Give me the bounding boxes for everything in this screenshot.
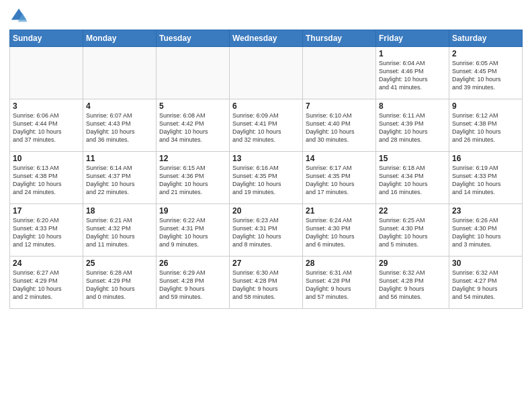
day-info: Sunrise: 6:15 AM Sunset: 4:36 PM Dayligh… — [159, 164, 226, 197]
calendar-header-row: SundayMondayTuesdayWednesdayThursdayFrid… — [10, 30, 523, 47]
calendar-cell: 5Sunrise: 6:08 AM Sunset: 4:42 PM Daylig… — [157, 99, 230, 152]
day-info: Sunrise: 6:25 AM Sunset: 4:30 PM Dayligh… — [379, 216, 446, 249]
header — [9, 7, 523, 26]
day-info: Sunrise: 6:31 AM Sunset: 4:28 PM Dayligh… — [306, 269, 373, 302]
calendar-cell: 22Sunrise: 6:25 AM Sunset: 4:30 PM Dayli… — [376, 204, 449, 257]
calendar-cell: 19Sunrise: 6:22 AM Sunset: 4:31 PM Dayli… — [157, 204, 230, 257]
day-info: Sunrise: 6:14 AM Sunset: 4:37 PM Dayligh… — [86, 164, 153, 197]
day-number: 11 — [86, 154, 153, 163]
calendar-cell — [303, 47, 376, 99]
day-number: 21 — [306, 206, 373, 216]
day-info: Sunrise: 6:19 AM Sunset: 4:33 PM Dayligh… — [452, 164, 519, 197]
calendar-cell: 15Sunrise: 6:18 AM Sunset: 4:34 PM Dayli… — [376, 152, 449, 204]
calendar-cell — [230, 47, 303, 99]
day-info: Sunrise: 6:16 AM Sunset: 4:35 PM Dayligh… — [232, 164, 300, 197]
day-number: 28 — [306, 259, 373, 268]
calendar-cell: 6Sunrise: 6:09 AM Sunset: 4:41 PM Daylig… — [230, 99, 303, 152]
day-number: 30 — [452, 259, 519, 268]
day-number: 24 — [13, 259, 80, 268]
day-info: Sunrise: 6:05 AM Sunset: 4:45 PM Dayligh… — [452, 59, 519, 92]
calendar-cell: 24Sunrise: 6:27 AM Sunset: 4:29 PM Dayli… — [10, 257, 83, 309]
day-info: Sunrise: 6:13 AM Sunset: 4:38 PM Dayligh… — [13, 164, 80, 197]
day-info: Sunrise: 6:29 AM Sunset: 4:28 PM Dayligh… — [159, 269, 226, 302]
calendar-cell: 8Sunrise: 6:11 AM Sunset: 4:39 PM Daylig… — [376, 99, 449, 152]
calendar-header-tuesday: Tuesday — [157, 30, 230, 47]
day-number: 6 — [232, 101, 300, 111]
calendar-cell: 14Sunrise: 6:17 AM Sunset: 4:35 PM Dayli… — [303, 152, 376, 204]
day-info: Sunrise: 6:07 AM Sunset: 4:43 PM Dayligh… — [86, 111, 153, 144]
day-info: Sunrise: 6:30 AM Sunset: 4:28 PM Dayligh… — [232, 269, 300, 302]
day-number: 18 — [86, 206, 153, 216]
day-info: Sunrise: 6:09 AM Sunset: 4:41 PM Dayligh… — [232, 111, 300, 144]
day-info: Sunrise: 6:20 AM Sunset: 4:33 PM Dayligh… — [13, 216, 80, 249]
day-info: Sunrise: 6:06 AM Sunset: 4:44 PM Dayligh… — [13, 111, 80, 144]
day-info: Sunrise: 6:21 AM Sunset: 4:32 PM Dayligh… — [86, 216, 153, 249]
calendar-cell: 13Sunrise: 6:16 AM Sunset: 4:35 PM Dayli… — [230, 152, 303, 204]
calendar-week-row: 17Sunrise: 6:20 AM Sunset: 4:33 PM Dayli… — [10, 204, 523, 257]
day-number: 25 — [86, 259, 153, 268]
calendar-cell: 3Sunrise: 6:06 AM Sunset: 4:44 PM Daylig… — [10, 99, 83, 152]
day-number: 4 — [86, 101, 153, 111]
calendar-cell: 2Sunrise: 6:05 AM Sunset: 4:45 PM Daylig… — [449, 47, 523, 99]
calendar-cell: 10Sunrise: 6:13 AM Sunset: 4:38 PM Dayli… — [10, 152, 83, 204]
calendar-header-sunday: Sunday — [10, 30, 83, 47]
day-number: 22 — [379, 206, 446, 216]
day-number: 29 — [379, 259, 446, 268]
calendar-cell — [10, 47, 83, 99]
day-info: Sunrise: 6:28 AM Sunset: 4:29 PM Dayligh… — [86, 269, 153, 302]
calendar-cell: 18Sunrise: 6:21 AM Sunset: 4:32 PM Dayli… — [83, 204, 157, 257]
calendar-week-row: 10Sunrise: 6:13 AM Sunset: 4:38 PM Dayli… — [10, 152, 523, 204]
day-info: Sunrise: 6:12 AM Sunset: 4:38 PM Dayligh… — [452, 111, 519, 144]
day-number: 17 — [13, 206, 80, 216]
calendar-week-row: 24Sunrise: 6:27 AM Sunset: 4:29 PM Dayli… — [10, 257, 523, 309]
calendar-cell: 1Sunrise: 6:04 AM Sunset: 4:46 PM Daylig… — [376, 47, 449, 99]
calendar-header-thursday: Thursday — [303, 30, 376, 47]
day-number: 5 — [159, 101, 226, 111]
calendar-cell: 11Sunrise: 6:14 AM Sunset: 4:37 PM Dayli… — [83, 152, 157, 204]
day-number: 14 — [306, 154, 373, 163]
calendar-table: SundayMondayTuesdayWednesdayThursdayFrid… — [9, 30, 523, 309]
calendar-cell: 17Sunrise: 6:20 AM Sunset: 4:33 PM Dayli… — [10, 204, 83, 257]
calendar-cell: 21Sunrise: 6:24 AM Sunset: 4:30 PM Dayli… — [303, 204, 376, 257]
day-number: 15 — [379, 154, 446, 163]
day-info: Sunrise: 6:26 AM Sunset: 4:30 PM Dayligh… — [452, 216, 519, 249]
day-number: 23 — [452, 206, 519, 216]
calendar-cell: 29Sunrise: 6:32 AM Sunset: 4:28 PM Dayli… — [376, 257, 449, 309]
day-info: Sunrise: 6:32 AM Sunset: 4:27 PM Dayligh… — [452, 269, 519, 302]
logo — [9, 7, 31, 26]
day-number: 3 — [13, 101, 80, 111]
calendar-cell — [157, 47, 230, 99]
day-number: 27 — [232, 259, 300, 268]
day-number: 7 — [306, 101, 373, 111]
calendar-cell: 30Sunrise: 6:32 AM Sunset: 4:27 PM Dayli… — [449, 257, 523, 309]
day-info: Sunrise: 6:22 AM Sunset: 4:31 PM Dayligh… — [159, 216, 226, 249]
day-number: 2 — [452, 49, 519, 58]
day-number: 16 — [452, 154, 519, 163]
calendar-cell: 16Sunrise: 6:19 AM Sunset: 4:33 PM Dayli… — [449, 152, 523, 204]
calendar-cell: 26Sunrise: 6:29 AM Sunset: 4:28 PM Dayli… — [157, 257, 230, 309]
day-info: Sunrise: 6:10 AM Sunset: 4:40 PM Dayligh… — [306, 111, 373, 144]
calendar-cell: 7Sunrise: 6:10 AM Sunset: 4:40 PM Daylig… — [303, 99, 376, 152]
calendar-week-row: 3Sunrise: 6:06 AM Sunset: 4:44 PM Daylig… — [10, 99, 523, 152]
calendar-cell: 25Sunrise: 6:28 AM Sunset: 4:29 PM Dayli… — [83, 257, 157, 309]
day-info: Sunrise: 6:23 AM Sunset: 4:31 PM Dayligh… — [232, 216, 300, 249]
day-number: 1 — [379, 49, 446, 58]
day-info: Sunrise: 6:04 AM Sunset: 4:46 PM Dayligh… — [379, 59, 446, 92]
calendar-header-wednesday: Wednesday — [230, 30, 303, 47]
calendar-header-monday: Monday — [83, 30, 157, 47]
day-info: Sunrise: 6:08 AM Sunset: 4:42 PM Dayligh… — [159, 111, 226, 144]
calendar-cell: 28Sunrise: 6:31 AM Sunset: 4:28 PM Dayli… — [303, 257, 376, 309]
day-info: Sunrise: 6:27 AM Sunset: 4:29 PM Dayligh… — [13, 269, 80, 302]
calendar-cell: 9Sunrise: 6:12 AM Sunset: 4:38 PM Daylig… — [449, 99, 523, 152]
calendar-cell: 27Sunrise: 6:30 AM Sunset: 4:28 PM Dayli… — [230, 257, 303, 309]
day-number: 8 — [379, 101, 446, 111]
day-info: Sunrise: 6:17 AM Sunset: 4:35 PM Dayligh… — [306, 164, 373, 197]
calendar-header-saturday: Saturday — [449, 30, 523, 47]
calendar-cell: 23Sunrise: 6:26 AM Sunset: 4:30 PM Dayli… — [449, 204, 523, 257]
logo-icon — [9, 7, 28, 26]
calendar-cell: 20Sunrise: 6:23 AM Sunset: 4:31 PM Dayli… — [230, 204, 303, 257]
calendar-cell: 12Sunrise: 6:15 AM Sunset: 4:36 PM Dayli… — [157, 152, 230, 204]
day-number: 10 — [13, 154, 80, 163]
calendar-week-row: 1Sunrise: 6:04 AM Sunset: 4:46 PM Daylig… — [10, 47, 523, 99]
day-info: Sunrise: 6:18 AM Sunset: 4:34 PM Dayligh… — [379, 164, 446, 197]
